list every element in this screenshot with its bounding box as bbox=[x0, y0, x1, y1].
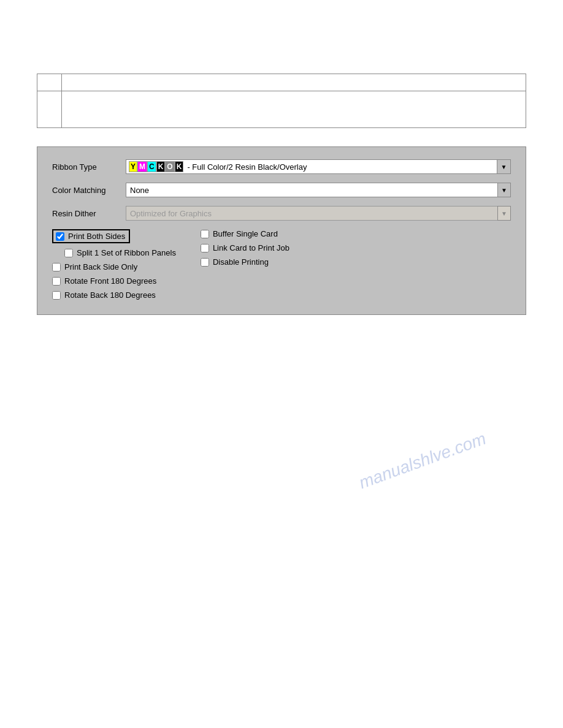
color-matching-select[interactable]: None Automatic Manual bbox=[126, 183, 511, 197]
disable-printing-label[interactable]: Disable Printing bbox=[213, 257, 269, 267]
rotate-front-checkbox[interactable] bbox=[52, 277, 61, 286]
disable-printing-item: Disable Printing bbox=[201, 257, 289, 267]
buffer-single-card-checkbox[interactable] bbox=[201, 230, 209, 238]
print-both-sides-checkbox[interactable] bbox=[56, 232, 64, 241]
checkbox-col-right: Buffer Single Card Link Card to Print Jo… bbox=[201, 229, 289, 300]
rotate-back-checkbox[interactable] bbox=[52, 291, 61, 300]
print-back-side-only-label[interactable]: Print Back Side Only bbox=[64, 262, 137, 271]
ribbon-letter-o: O bbox=[165, 161, 174, 172]
top-table bbox=[37, 74, 526, 128]
table-cell-r2c2 bbox=[62, 91, 526, 128]
ribbon-letters: Y M C K O K bbox=[129, 161, 183, 172]
print-both-sides-label[interactable]: Print Both Sides bbox=[68, 232, 125, 241]
checkboxes-area: Print Both Sides Split 1 Set of Ribbon P… bbox=[52, 229, 511, 300]
print-back-side-only-item: Print Back Side Only bbox=[52, 262, 176, 271]
ribbon-type-row: Ribbon Type Y M C K O K - Full Color/2 R… bbox=[52, 159, 511, 174]
disable-printing-checkbox[interactable] bbox=[201, 258, 209, 267]
color-matching-label: Color Matching bbox=[52, 186, 126, 195]
table-cell-r1c2 bbox=[62, 74, 526, 91]
watermark: manualshlve.com bbox=[356, 429, 489, 493]
ribbon-type-text: - Full Color/2 Resin Black/Overlay bbox=[187, 162, 508, 172]
split-1-set-checkbox[interactable] bbox=[64, 249, 73, 257]
ribbon-type-arrow-icon: ▼ bbox=[497, 160, 510, 173]
rotate-front-label[interactable]: Rotate Front 180 Degrees bbox=[64, 276, 156, 286]
print-both-sides-boxed: Print Both Sides bbox=[52, 229, 130, 243]
resin-dither-select-wrapper: Optimized for Graphics ▼ bbox=[126, 206, 511, 221]
ribbon-type-select[interactable]: Y M C K O K - Full Color/2 Resin Black/O… bbox=[126, 159, 511, 174]
checkbox-col-left: Print Both Sides Split 1 Set of Ribbon P… bbox=[52, 229, 176, 300]
table-cell-r1c1 bbox=[37, 74, 62, 91]
link-card-to-print-job-checkbox[interactable] bbox=[201, 244, 209, 252]
color-matching-select-wrapper: None Automatic Manual ▼ bbox=[126, 183, 511, 197]
rotate-back-label[interactable]: Rotate Back 180 Degrees bbox=[64, 290, 156, 300]
print-both-sides-item: Print Both Sides bbox=[52, 229, 176, 243]
table-cell-r2c1 bbox=[37, 91, 62, 128]
ribbon-letter-m: M bbox=[137, 161, 147, 172]
ribbon-type-label: Ribbon Type bbox=[52, 162, 126, 172]
resin-dither-select: Optimized for Graphics bbox=[126, 206, 511, 221]
print-back-side-only-checkbox[interactable] bbox=[52, 263, 61, 271]
rotate-front-item: Rotate Front 180 Degrees bbox=[52, 276, 176, 286]
link-card-to-print-job-label[interactable]: Link Card to Print Job bbox=[213, 243, 289, 252]
buffer-single-card-item: Buffer Single Card bbox=[201, 229, 289, 238]
color-matching-row: Color Matching None Automatic Manual ▼ bbox=[52, 183, 511, 197]
resin-dither-row: Resin Dither Optimized for Graphics ▼ bbox=[52, 206, 511, 221]
resin-dither-label: Resin Dither bbox=[52, 209, 126, 218]
split-1-set-item: Split 1 Set of Ribbon Panels bbox=[52, 248, 176, 257]
ribbon-letter-y: Y bbox=[129, 161, 137, 172]
ribbon-letter-c: C bbox=[147, 161, 156, 172]
buffer-single-card-label[interactable]: Buffer Single Card bbox=[213, 229, 278, 238]
link-card-to-print-job-item: Link Card to Print Job bbox=[201, 243, 289, 252]
ribbon-letter-k2: K bbox=[175, 161, 184, 172]
ribbon-letter-k1: K bbox=[156, 161, 166, 172]
settings-panel: Ribbon Type Y M C K O K - Full Color/2 R… bbox=[37, 146, 526, 315]
rotate-back-item: Rotate Back 180 Degrees bbox=[52, 290, 176, 300]
split-1-set-label[interactable]: Split 1 Set of Ribbon Panels bbox=[77, 248, 176, 257]
